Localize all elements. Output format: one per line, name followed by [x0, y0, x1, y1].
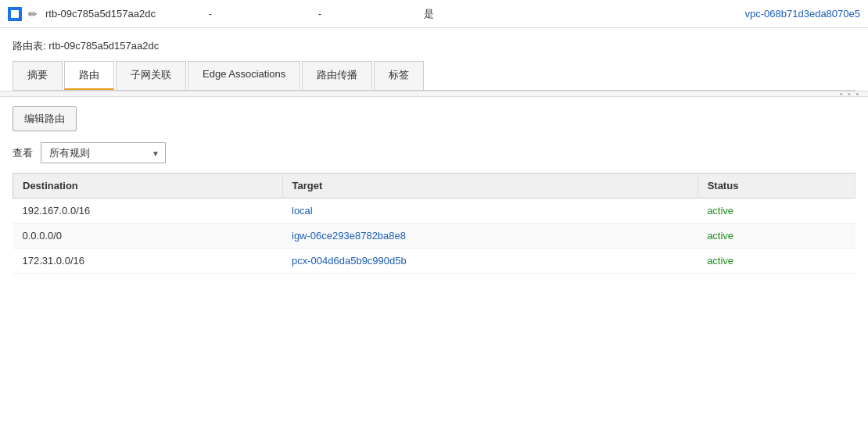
routes-content: 编辑路由 查看 所有规则 本地规则 自定义规则 Destination Targ… — [0, 97, 868, 283]
row-vpc-link[interactable]: vpc-068b71d3eda8070e5 — [461, 8, 860, 20]
filter-row: 查看 所有规则 本地规则 自定义规则 — [13, 142, 855, 163]
col-destination: Destination — [13, 174, 283, 199]
route-table-label: 路由表: rtb-09c785a5d157aa2dc — [13, 39, 855, 53]
table-row: 192.167.0.0/16localactive — [13, 199, 855, 224]
edit-icon[interactable]: ✏ — [28, 8, 38, 20]
cell-destination: 192.167.0.0/16 — [13, 199, 283, 224]
cell-status: active — [698, 249, 855, 274]
cell-status: active — [698, 199, 855, 224]
row-dash1: - — [179, 8, 242, 20]
table-row: ✏ rtb-09c785a5d157aa2dc - - 是 vpc-068b71… — [0, 0, 868, 28]
cell-target: local — [282, 199, 698, 224]
row-id: rtb-09c785a5d157aa2dc — [45, 8, 156, 20]
tab-edge-associations[interactable]: Edge Associations — [188, 61, 300, 90]
filter-select[interactable]: 所有规则 本地规则 自定义规则 — [41, 142, 166, 163]
row-checkbox[interactable] — [8, 7, 22, 21]
cell-target[interactable]: igw-06ce293e8782ba8e8 — [282, 224, 698, 249]
col-status: Status — [698, 174, 855, 199]
label-prefix: 路由表: — [13, 40, 46, 52]
resize-handle[interactable]: • • • — [0, 91, 868, 97]
resize-dots: • • • — [840, 90, 860, 98]
tab-route-propagation[interactable]: 路由传播 — [302, 61, 372, 90]
tab-summary[interactable]: 摘要 — [13, 61, 63, 90]
cell-target[interactable]: pcx-004d6da5b9c990d5b — [282, 249, 698, 274]
filter-label: 查看 — [13, 146, 33, 160]
filter-select-wrapper: 所有规则 本地规则 自定义规则 — [41, 142, 166, 163]
label-id: rtb-09c785a5d157aa2dc — [48, 40, 159, 52]
col-target: Target — [282, 174, 698, 199]
cell-destination: 0.0.0.0/0 — [13, 224, 283, 249]
cell-destination: 172.31.0.0/16 — [13, 249, 283, 274]
details-section: 路由表: rtb-09c785a5d157aa2dc 摘要 路由 子网关联 Ed… — [0, 28, 868, 91]
routes-table: Destination Target Status 192.167.0.0/16… — [13, 173, 855, 274]
table-row: 0.0.0.0/0igw-06ce293e8782ba8e8active — [13, 224, 855, 249]
row-dash2: - — [242, 8, 398, 20]
cell-status: active — [698, 224, 855, 249]
tab-tags[interactable]: 标签 — [374, 61, 424, 90]
tab-subnet-assoc[interactable]: 子网关联 — [116, 61, 186, 90]
tab-bar: 摘要 路由 子网关联 Edge Associations 路由传播 标签 — [13, 61, 855, 91]
tab-routes[interactable]: 路由 — [64, 61, 114, 90]
table-row: 172.31.0.0/16pcx-004d6da5b9c990d5bactive — [13, 249, 855, 274]
row-main-table: 是 — [398, 7, 461, 21]
edit-routes-button[interactable]: 编辑路由 — [13, 106, 77, 131]
